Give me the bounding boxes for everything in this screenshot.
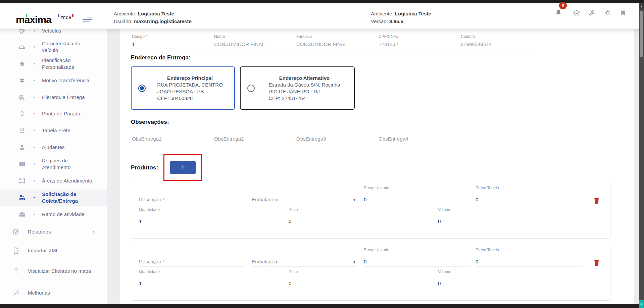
fantasia-field: Fantasia CONSUMIDOR FINAL [296,34,372,49]
window-bottom-strip [0,304,644,308]
quantidade-input[interactable]: Quantidade 1 [139,269,282,288]
radio-unselected-icon[interactable] [247,85,255,92]
delete-product-trash-icon[interactable] [593,197,601,205]
wrench-icon[interactable] [588,9,596,17]
volume-input[interactable]: Volume 0 [438,207,582,226]
sidebar-item-ponto-de-parada[interactable]: Ponto de Parada [0,106,107,122]
contato-value: 62996549574 [461,41,536,47]
map-icon [18,160,26,168]
radio-selected-icon[interactable] [138,85,146,92]
settings-gear-icon[interactable] [604,9,612,17]
endereco-alternativo-text: Endereço Alternativo Estrada da Gávea S/… [268,75,340,102]
obs-entrega-4-input[interactable]: ObsEntrega4 [379,133,453,144]
peso-label: Peso [289,207,298,212]
logo-text: maxima [16,14,51,25]
ambiente-value-2: Logística Teste [395,11,431,16]
sidebar-item-ramo-atividade[interactable]: Ramo de atividade [0,206,107,222]
map-pin-icon [12,267,20,275]
obs-entrega-3-input[interactable]: ObsEntrega3 [296,133,371,144]
nome-field: Nome CONSUMIDOR FINAL [214,34,290,49]
bullet-dot [34,163,35,165]
endereco-principal-card[interactable]: Endereço Principal RUA PROJETADA, CENTRO… [131,66,235,110]
sidebar-item-hierarquia-entrega[interactable]: Hierarquia Entrega [0,89,107,105]
home-icon[interactable] [573,9,581,17]
peso-value: 0 [289,218,291,224]
sidebar-item-regioes-atendimento[interactable]: Regiões de Atendimento [0,156,107,172]
environment-info-left: Ambiente: Logística Teste Usuário: maxst… [114,10,192,25]
sidebar-item-relatorios[interactable]: Relatórios › [0,224,107,240]
sidebar-item-identificacao-personalizada[interactable]: Identificação Personalizada [0,56,107,72]
page-scrollbar[interactable]: ▲ [639,3,644,304]
obs-entrega-1-input[interactable]: ObsEntrega1 [132,133,206,144]
quantidade-label: Quantidade [139,207,160,212]
trailer-icon [18,29,26,35]
coin-dollar-icon [18,126,26,135]
obs-entrega-2-input[interactable]: ObsEntrega2 [214,133,289,144]
sidebar-item-label: Melhorias [28,290,92,296]
descricao-input[interactable]: Descrição * [139,186,244,204]
bullet-dot [34,113,35,114]
volume-value: 0 [438,280,441,286]
dropdown-arrow-icon: ▼ [353,198,356,202]
preco-unitario-input[interactable]: Preço Unitario 0 [364,186,470,204]
endereco-alternativo-card[interactable]: Endereço Alternativo Estrada da Gávea S/… [240,66,355,110]
scroll-up-arrow-icon[interactable]: ▲ [639,3,644,9]
logo-sub-text: TECH [61,16,71,20]
sidebar-item-motivo-transferencia[interactable]: Motivo Transferência [0,72,107,89]
sidebar-item-label: Regiões de Atendimento [42,157,92,171]
star-icon [18,60,26,68]
descricao-input[interactable]: Descrição * [139,248,244,266]
versao-value: 3.65.5 [389,18,403,24]
peso-input[interactable]: Peso 0 [289,269,431,288]
window-top-strip [0,0,644,3]
sidebar-item-areas-atendimento[interactable]: Áreas de Atendimento [0,173,107,189]
codigo-value: 1 [132,41,207,47]
address-line1: Estrada da Gávea S/N, Rocinha [268,82,340,88]
bullet-dot [34,30,35,32]
sidebar-item-label: Motivo Transferência [42,77,92,84]
address-cep: CEP: 22451-264 [268,95,340,102]
bullet-dot [34,97,35,98]
menu-toggle-icon[interactable] [83,17,93,23]
volume-label: Volume [438,207,451,212]
logo-pink-tick [72,14,73,17]
sidebar-item-importar-xml[interactable]: Importar XML [0,243,107,259]
preco-unitario-input[interactable]: Preço Unitario 0 [364,248,470,266]
usuario-label: Usuário: [114,18,133,24]
product-row-2: Descrição * Embalagem ▼ Preço Unitario 0… [132,244,610,301]
embalagem-select[interactable]: Embalagem ▼ [252,186,357,204]
notifications-bell-icon[interactable] [554,9,562,17]
sidebar-item-visualizar-clientes-mapa[interactable]: Visualizar Clientes no mapa [0,263,107,279]
sidebar-item-tabela-frete[interactable]: Tabela Frete [0,122,107,139]
sidebar-item-solicitacao-coleta-entrega[interactable]: Solicitação de Coleta/Entrega [0,190,107,206]
sidebar-item-ajudantes[interactable]: Ajudantes [0,139,107,155]
contato-label: Contato [461,34,536,39]
volume-input[interactable]: Volume 0 [438,269,582,288]
quantidade-input[interactable]: Quantidade 1 [139,207,282,226]
sidebar-item-caracteristica-veiculo[interactable]: Caracteristica do veículo [0,39,107,55]
scrollbar-thumb[interactable] [640,11,643,57]
bullet-dot [34,197,35,198]
route-n-icon[interactable] [620,9,628,17]
hand-stop-icon [18,110,26,118]
sidebar-item-melhorias[interactable]: Melhorias [0,285,107,301]
codigo-field[interactable]: Código * 1 [132,34,207,49]
sidebar-item-label: Caracteristica do veículo [42,40,92,54]
sidebar-item-label: Tabela Frete [42,127,92,134]
preco-tabela-input[interactable]: Preço Tabela 0 [476,248,582,266]
highlight-annotation [163,154,202,181]
ambiente-value: Logística Teste [138,11,174,16]
embalagem-select[interactable]: Embalagem ▼ [252,248,357,266]
bullet-dot [34,130,35,131]
logo-green-tick [26,14,27,17]
cpf-cnpj-field: CPF/CNPJ 1231232 [379,34,454,49]
scroll-bottom-teal-button[interactable]: ▾ [639,300,644,308]
delete-product-trash-icon[interactable] [593,259,601,267]
sidebar-nav: Veículos Caracteristica do veículo Ident… [0,29,107,304]
peso-input[interactable]: Peso 0 [289,207,431,226]
sidebar-item-veiculos[interactable]: Veículos [0,29,107,39]
sidebar-item-label: Solicitação de Coleta/Entrega [42,191,92,204]
preco-tabela-input[interactable]: Preço Tabela 0 [476,186,582,204]
environment-info-right: Ambiente: Logística Teste Versão: 3.65.5 [371,10,431,25]
content-gutter-left [107,29,120,304]
